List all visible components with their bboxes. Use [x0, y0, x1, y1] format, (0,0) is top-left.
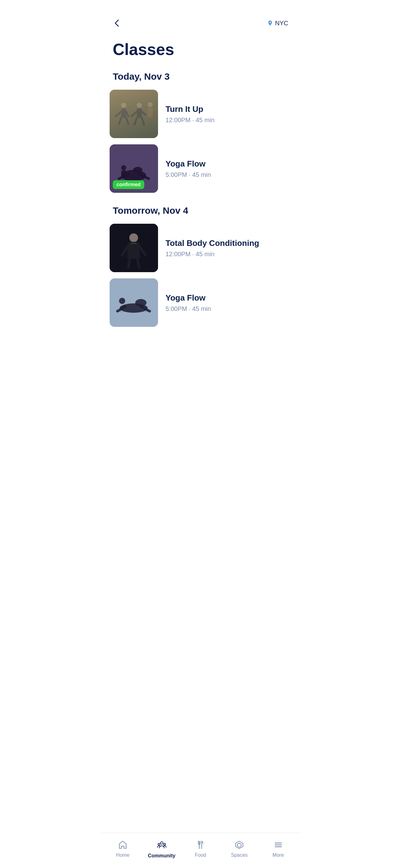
svg-point-39 — [161, 842, 163, 844]
location-pin-icon — [267, 20, 273, 26]
class-time-yoga-flow-today: 5:00PM · 45 min — [166, 171, 291, 178]
spaces-icon — [234, 840, 244, 850]
class-image-total-body-conditioning — [110, 224, 158, 272]
class-image-wrapper-turn-it-up — [110, 90, 158, 138]
class-info-total-body-conditioning: Total Body Conditioning12:00PM · 45 min — [166, 239, 291, 258]
section-title-today: Today, Nov 3 — [100, 68, 301, 90]
svg-line-7 — [126, 118, 128, 124]
svg-line-11 — [142, 112, 145, 115]
svg-point-19 — [133, 167, 142, 173]
class-image-wrapper-yoga-flow-tomorrow — [110, 278, 158, 327]
svg-rect-3 — [121, 108, 126, 118]
svg-line-30 — [137, 258, 139, 268]
nav-item-food[interactable]: Food — [181, 840, 220, 858]
page-title: Classes — [100, 34, 301, 68]
bottom-nav: Home Community Food Spaces — [100, 833, 301, 868]
class-item-yoga-flow-tomorrow[interactable]: Yoga Flow5:00PM · 45 min — [110, 278, 291, 327]
home-icon — [118, 840, 128, 850]
svg-line-5 — [126, 112, 128, 116]
svg-point-41 — [164, 843, 166, 845]
more-icon — [273, 840, 283, 850]
class-info-turn-it-up: Turn It Up12:00PM · 45 min — [166, 104, 291, 124]
class-time-turn-it-up: 12:00PM · 45 min — [166, 117, 291, 124]
class-name-turn-it-up: Turn It Up — [166, 104, 291, 114]
class-item-turn-it-up[interactable]: Turn It Up12:00PM · 45 min — [110, 90, 291, 138]
sections-container: Today, Nov 3 Turn It Up12:00PM · — [100, 68, 301, 327]
svg-marker-45 — [237, 843, 241, 847]
back-button[interactable] — [113, 19, 122, 28]
svg-rect-15 — [148, 108, 153, 117]
community-icon — [156, 839, 167, 850]
svg-line-6 — [119, 118, 121, 124]
class-image-turn-it-up — [110, 90, 158, 138]
class-image-wrapper-total-body-conditioning — [110, 224, 158, 272]
svg-point-14 — [148, 102, 153, 107]
location-badge[interactable]: NYC — [267, 20, 288, 27]
section-today: Today, Nov 3 Turn It Up12:00PM · — [100, 68, 301, 193]
class-item-total-body-conditioning[interactable]: Total Body Conditioning12:00PM · 45 min — [110, 224, 291, 272]
class-name-yoga-flow-tomorrow: Yoga Flow — [166, 293, 291, 303]
svg-point-38 — [119, 298, 125, 304]
svg-rect-23 — [121, 170, 126, 178]
nav-label-community: Community — [148, 853, 175, 859]
page-header: NYC — [100, 0, 301, 34]
class-name-total-body-conditioning: Total Body Conditioning — [166, 239, 291, 248]
nav-item-spaces[interactable]: Spaces — [220, 840, 259, 858]
svg-line-13 — [142, 118, 144, 125]
svg-line-4 — [116, 112, 121, 116]
nav-item-home[interactable]: Home — [103, 840, 142, 858]
class-image-wrapper-yoga-flow-today: confirmed — [110, 144, 158, 193]
class-list-today: Turn It Up12:00PM · 45 min confirmedYoga… — [100, 90, 301, 193]
svg-point-22 — [121, 165, 126, 170]
section-title-tomorrow: Tomorrow, Nov 4 — [100, 202, 301, 224]
class-list-tomorrow: Total Body Conditioning12:00PM · 45 min … — [100, 224, 301, 327]
class-name-yoga-flow-today: Yoga Flow — [166, 159, 291, 169]
svg-rect-32 — [110, 278, 158, 327]
confirmed-badge-yoga-flow-today: confirmed — [113, 180, 144, 189]
svg-point-2 — [121, 103, 126, 108]
section-tomorrow: Tomorrow, Nov 4 Total Body Conditioning1… — [100, 202, 301, 327]
svg-line-29 — [128, 258, 130, 268]
svg-rect-9 — [137, 108, 142, 118]
svg-line-12 — [135, 118, 137, 125]
svg-line-10 — [132, 112, 137, 116]
svg-rect-0 — [110, 90, 158, 138]
class-image-yoga-flow-tomorrow — [110, 278, 158, 327]
class-info-yoga-flow-tomorrow: Yoga Flow5:00PM · 45 min — [166, 293, 291, 312]
svg-point-8 — [137, 103, 142, 108]
location-label: NYC — [275, 20, 288, 27]
svg-point-26 — [129, 234, 138, 242]
nav-label-food: Food — [195, 852, 206, 858]
class-info-yoga-flow-today: Yoga Flow5:00PM · 45 min — [166, 159, 291, 178]
nav-label-more: More — [273, 852, 284, 858]
class-time-total-body-conditioning: 12:00PM · 45 min — [166, 251, 291, 258]
svg-rect-1 — [110, 90, 158, 138]
food-icon — [196, 840, 205, 850]
class-item-yoga-flow-today[interactable]: confirmedYoga Flow5:00PM · 45 min — [110, 144, 291, 193]
content-area: NYC Classes Today, Nov 3 — [100, 0, 301, 377]
nav-item-more[interactable]: More — [259, 840, 298, 858]
back-icon — [113, 19, 122, 28]
class-time-yoga-flow-tomorrow: 5:00PM · 45 min — [166, 305, 291, 312]
nav-item-community[interactable]: Community — [142, 839, 181, 859]
svg-point-40 — [158, 843, 160, 845]
nav-label-spaces: Spaces — [231, 852, 248, 858]
nav-label-home: Home — [116, 852, 130, 858]
